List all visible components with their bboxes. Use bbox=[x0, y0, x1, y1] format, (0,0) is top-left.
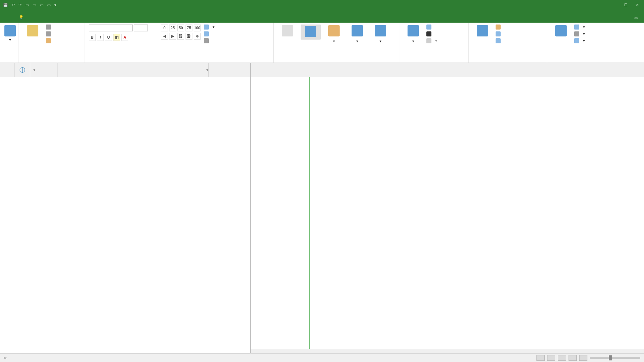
undo-icon[interactable]: ↶ bbox=[12, 3, 15, 7]
pct-0-button[interactable]: 0 bbox=[161, 25, 168, 31]
font-group: B I U ◧ A bbox=[85, 23, 157, 63]
close-icon[interactable]: ✕ bbox=[636, 3, 639, 7]
maximize-icon[interactable]: ☐ bbox=[624, 3, 628, 7]
qat-more-icon[interactable]: ▾ bbox=[54, 3, 56, 7]
scroll-to-task-button[interactable] bbox=[551, 25, 571, 38]
title-bar: 💾 ↶ ↷ ▭ ▭ ▭ ▭ ▾ ─ ☐ ✕ bbox=[0, 0, 644, 10]
indent-button[interactable]: ▶ bbox=[169, 33, 176, 40]
inactivate-button[interactable] bbox=[204, 38, 214, 43]
editing-group: ▾ ▾ ▾ bbox=[547, 23, 644, 63]
gantt-chart-button[interactable]: ▾ bbox=[4, 25, 16, 43]
schedule-group: 0 25 50 75 100 ◀ ▶ ⛓ ⛓̷ ⎋ ▾ bbox=[157, 23, 274, 63]
font-family-input[interactable] bbox=[89, 25, 133, 31]
font-color-button[interactable]: A bbox=[121, 34, 128, 41]
new-tasks-mode[interactable]: ✏ bbox=[4, 356, 7, 360]
main-body bbox=[0, 77, 644, 354]
save-icon[interactable]: 💾 bbox=[3, 3, 8, 7]
mark-on-track-button[interactable]: ▾ bbox=[204, 25, 214, 30]
properties-group bbox=[469, 23, 547, 63]
pct-75-button[interactable]: 75 bbox=[186, 25, 192, 31]
gantt-chart[interactable] bbox=[251, 77, 644, 354]
cut-button[interactable] bbox=[46, 25, 53, 30]
format-painter-button[interactable] bbox=[46, 38, 53, 43]
deliverable-button[interactable]: ▾ bbox=[426, 38, 437, 43]
unlink-button[interactable]: ⛓̷ bbox=[186, 33, 192, 40]
respect-links-button[interactable] bbox=[204, 31, 214, 36]
view-button[interactable] bbox=[579, 355, 587, 361]
details-button[interactable] bbox=[496, 31, 502, 36]
table-column-headers: ⓘ ▾ ▾ bbox=[0, 63, 250, 77]
manually-schedule-button[interactable] bbox=[277, 25, 297, 38]
tasks-group: ▾ ▾ ▾ bbox=[274, 23, 399, 63]
add-to-timeline-button[interactable] bbox=[496, 38, 502, 43]
task-table bbox=[0, 77, 251, 354]
pct-100-button[interactable]: 100 bbox=[194, 25, 201, 31]
qat-icon[interactable]: ▭ bbox=[33, 3, 36, 7]
ribbon-tabs: 💡 ▭ bbox=[0, 10, 644, 23]
view-button[interactable] bbox=[569, 355, 577, 361]
fill-color-button[interactable]: ◧ bbox=[113, 34, 120, 41]
current-date-line bbox=[309, 77, 310, 354]
status-bar: ✏ bbox=[0, 353, 644, 362]
task-insert-button[interactable]: ▾ bbox=[403, 25, 423, 44]
bold-button[interactable]: B bbox=[89, 34, 96, 41]
font-size-input[interactable] bbox=[134, 25, 148, 31]
tell-me-search[interactable]: 💡 bbox=[19, 15, 25, 23]
view-button[interactable] bbox=[536, 355, 545, 361]
minimize-icon[interactable]: ─ bbox=[613, 3, 616, 7]
task-name-column-header[interactable]: ▾ bbox=[58, 63, 209, 77]
copy-button[interactable] bbox=[46, 31, 53, 36]
view-button[interactable] bbox=[558, 355, 566, 361]
qat-icon[interactable]: ▭ bbox=[40, 3, 43, 7]
pct-50-button[interactable]: 50 bbox=[177, 25, 184, 31]
milestone-button[interactable] bbox=[426, 31, 437, 36]
outdent-button[interactable]: ◀ bbox=[161, 33, 168, 40]
indicator-column-header[interactable]: ⓘ bbox=[14, 63, 30, 77]
inspect-button[interactable]: ▾ bbox=[324, 25, 344, 44]
ribbon: ▾ B I U ◧ A bbox=[0, 23, 644, 63]
redo-icon[interactable]: ↷ bbox=[19, 3, 22, 7]
notes-button[interactable] bbox=[496, 25, 502, 30]
pct-25-button[interactable]: 25 bbox=[169, 25, 176, 31]
summary-button[interactable] bbox=[426, 25, 437, 30]
move-button[interactable]: ▾ bbox=[347, 25, 367, 44]
insert-group: ▾ ▾ bbox=[399, 23, 469, 63]
ribbon-display-icon[interactable]: ▭ bbox=[634, 16, 638, 20]
paste-button[interactable] bbox=[23, 25, 43, 38]
view-button[interactable] bbox=[547, 355, 555, 361]
manager-column-header[interactable] bbox=[209, 63, 250, 77]
information-button[interactable] bbox=[472, 25, 492, 38]
fill-button[interactable]: ▾ bbox=[574, 38, 585, 43]
quick-access-toolbar: 💾 ↶ ↷ ▭ ▭ ▭ ▭ ▾ bbox=[0, 3, 59, 7]
find-button[interactable]: ▾ bbox=[574, 25, 585, 30]
clear-button[interactable]: ▾ bbox=[574, 31, 585, 36]
qat-icon[interactable]: ▭ bbox=[25, 3, 29, 7]
mode-button[interactable]: ▾ bbox=[370, 25, 391, 44]
lightbulb-icon: 💡 bbox=[19, 15, 24, 19]
auto-schedule-button[interactable] bbox=[301, 25, 321, 40]
clipboard-group bbox=[19, 23, 85, 63]
underline-button[interactable]: U bbox=[105, 34, 112, 41]
link-button[interactable]: ⛓ bbox=[177, 33, 184, 40]
split-button[interactable]: ⎋ bbox=[194, 33, 201, 40]
qat-icon[interactable]: ▭ bbox=[47, 3, 51, 7]
window-controls: ─ ☐ ✕ bbox=[608, 3, 644, 7]
task-mode-column-header[interactable]: ▾ bbox=[30, 63, 58, 77]
zoom-slider[interactable] bbox=[590, 357, 640, 359]
timeline-header bbox=[251, 63, 644, 77]
italic-button[interactable]: I bbox=[97, 34, 104, 41]
